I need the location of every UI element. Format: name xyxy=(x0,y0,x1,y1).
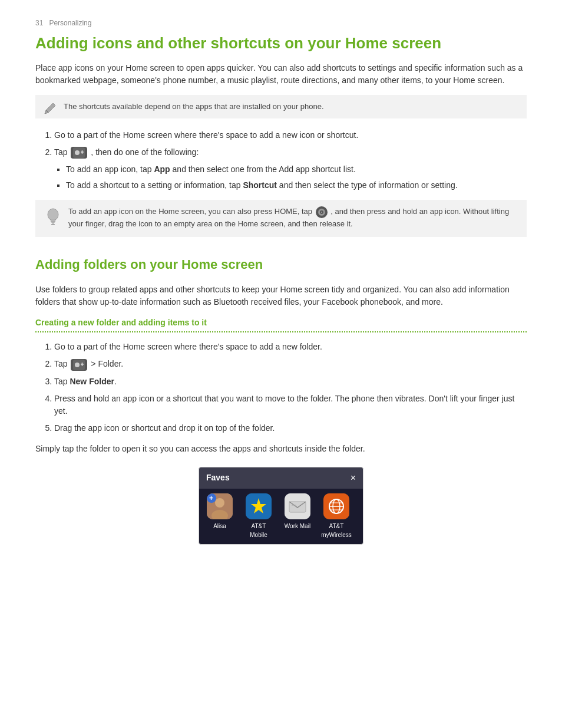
section1-title: Adding icons and other shortcuts on your… xyxy=(35,34,527,52)
svg-point-13 xyxy=(75,363,80,367)
svg-rect-3 xyxy=(82,150,83,154)
attmobile-icon-img xyxy=(246,493,272,519)
s2-step5-text: Drag the app icon or shortcut and drop i… xyxy=(54,423,275,433)
substep2-bold: Shortcut xyxy=(243,180,277,190)
substep2: To add a shortcut to a setting or inform… xyxy=(66,179,527,192)
svg-point-11 xyxy=(321,212,322,213)
substep2-pre: To add a shortcut to a setting or inform… xyxy=(66,180,243,190)
attmobile-label: AT&TMobile xyxy=(250,522,267,539)
folder-screenshot: Faves × + Alisa xyxy=(199,467,363,545)
note-box: The shortcuts available depend on the ap… xyxy=(35,95,527,118)
section2-steps: Go to a part of the Home screen where th… xyxy=(54,341,527,434)
svg-point-4 xyxy=(48,209,58,220)
s2-step4-text: Press and hold an app icon or a shortcut… xyxy=(54,394,514,416)
step1-item: Go to a part of the Home screen where th… xyxy=(54,129,527,141)
add-button-icon2 xyxy=(71,359,87,371)
svg-rect-15 xyxy=(82,363,83,366)
folder-icons-row: + Alisa AT&TMobile xyxy=(199,489,363,544)
folder-icon-attmywireless: AT&TmyWireless xyxy=(318,493,355,539)
folder-close-button[interactable]: × xyxy=(351,471,356,485)
s2-step1: Go to a part of the Home screen where th… xyxy=(54,341,527,353)
substep1-suf: and then select one from the Add app sho… xyxy=(170,164,356,174)
s2-step2-pre: Tap xyxy=(54,359,70,368)
substep2-suf: and then select the type of information … xyxy=(277,180,458,190)
workmail-icon-img xyxy=(285,493,310,519)
alisa-icon-img: + xyxy=(207,493,233,519)
workmail-label: Work Mail xyxy=(285,522,310,531)
lightbulb-icon xyxy=(45,207,61,232)
svg-point-1 xyxy=(75,150,80,155)
step2-pre: Tap xyxy=(54,147,70,157)
attmywireless-icon-img xyxy=(323,493,349,519)
tip-box: To add an app icon on the Home screen, y… xyxy=(35,200,527,238)
section1-intro: Place app icons on your Home screen to o… xyxy=(35,62,527,87)
folder-header: Faves × xyxy=(199,467,363,489)
svg-point-17 xyxy=(215,498,224,508)
s2-step3-suf: . xyxy=(114,377,117,386)
pencil-icon xyxy=(41,101,58,117)
subsection-title: Creating a new folder and adding items t… xyxy=(35,317,527,332)
add-button-icon xyxy=(71,147,87,159)
svg-rect-6 xyxy=(51,221,55,222)
s2-step3-pre: Tap xyxy=(54,377,70,386)
tip-text: To add an app icon on the Home screen, y… xyxy=(68,206,517,229)
svg-text:+: + xyxy=(209,494,213,502)
s2-step2: Tap > Folder. xyxy=(54,358,527,370)
step2-suf: , then do one of the following: xyxy=(91,147,199,157)
folder-title: Faves xyxy=(206,472,230,484)
substeps: To add an app icon, tap App and then sel… xyxy=(66,163,527,192)
note-text: The shortcuts available depend on the ap… xyxy=(64,101,324,113)
page-number: 31 Personalizing xyxy=(35,18,527,28)
substep1: To add an app icon, tap App and then sel… xyxy=(66,163,527,176)
s2-step1-text: Go to a part of the Home screen where th… xyxy=(54,342,322,351)
step1-text: Go to a part of the Home screen where th… xyxy=(54,130,358,140)
section2-title: Adding folders on your Home screen xyxy=(35,255,527,274)
s2-step3-bold: New Folder xyxy=(70,377,114,386)
s2-step2-suf: > Folder. xyxy=(91,359,123,368)
alisa-label: Alisa xyxy=(213,522,226,531)
s2-step4: Press and hold an app icon or a shortcut… xyxy=(54,393,527,417)
s2-step5: Drag the app icon or shortcut and drop i… xyxy=(54,422,527,434)
substep1-bold: App xyxy=(154,164,170,174)
substep1-pre: To add an app icon, tap xyxy=(66,164,154,174)
folder-icon-attmobile: AT&TMobile xyxy=(240,493,277,539)
attmywireless-label: AT&TmyWireless xyxy=(321,522,352,539)
section1-steps: Go to a part of the Home screen where th… xyxy=(54,129,527,192)
folder-icon-alisa: + Alisa xyxy=(201,493,238,539)
s2-step3: Tap New Folder. xyxy=(54,375,527,388)
home-btn-icon xyxy=(316,206,328,218)
step2-item: Tap , then do one of the following: To a… xyxy=(54,146,527,192)
section2-outro: Simply tap the folder to open it so you … xyxy=(35,443,527,455)
section2-intro: Use folders to group related apps and ot… xyxy=(35,284,527,308)
folder-icon-workmail: Work Mail xyxy=(279,493,316,539)
